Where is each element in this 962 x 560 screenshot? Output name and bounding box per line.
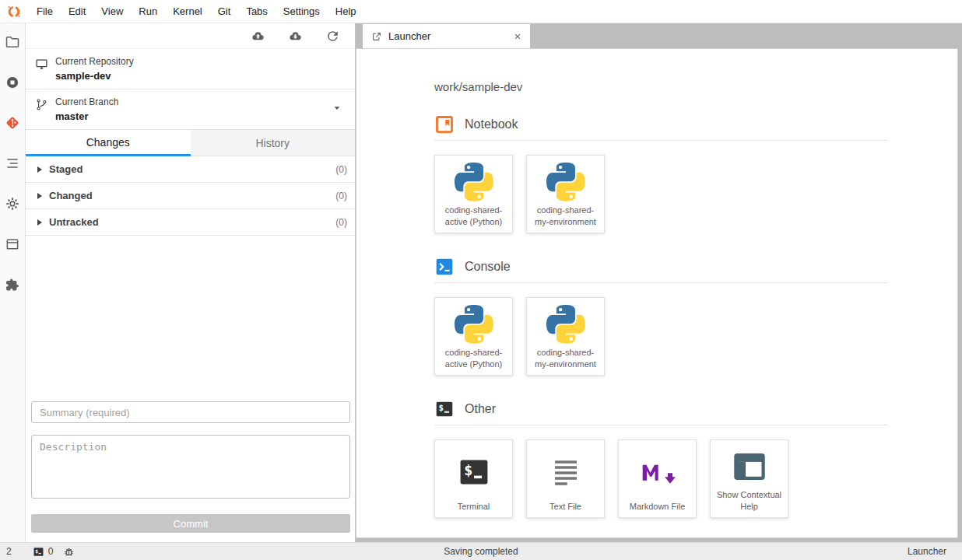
card-label: coding-shared-my-environment [527, 205, 604, 233]
menu-git[interactable]: Git [210, 0, 239, 23]
commit-button[interactable]: Commit [31, 514, 350, 533]
desktop-icon [35, 58, 48, 71]
python-logo-icon [455, 298, 493, 347]
launcher-card[interactable]: Markdown File [618, 439, 697, 518]
card-label: Terminal [435, 501, 512, 517]
status-activity: Launcher [908, 546, 962, 557]
launcher-section-notebook: Notebook coding-shared-active (Python) c… [434, 114, 887, 233]
launcher-tab-label: Launcher [388, 30, 506, 42]
section-title: Other [465, 402, 496, 416]
launcher-section-other: Other Terminal [434, 399, 887, 518]
kernel-sessions-count[interactable]: 2 [6, 546, 12, 557]
current-repository-label: Current Repository [55, 56, 134, 67]
menu-bar: File Edit View Run Kernel Git Tabs Setti… [0, 0, 962, 23]
text-file-icon [549, 440, 582, 501]
main-tab-bar: Launcher [356, 23, 962, 48]
chevron-down-icon[interactable] [331, 102, 343, 114]
launcher-panel: work/sample-dev Notebook coding-shar [356, 48, 958, 538]
file-browser-icon[interactable] [5, 34, 20, 50]
untracked-count: (0) [335, 217, 347, 228]
card-label: Text File [527, 501, 604, 517]
git-panel: Current Repository sample-dev Current Br… [26, 23, 356, 542]
menu-view[interactable]: View [93, 0, 131, 23]
menu-kernel[interactable]: Kernel [165, 0, 210, 23]
untracked-label: Untracked [49, 216, 335, 228]
close-icon[interactable] [512, 31, 523, 42]
python-logo-icon [455, 156, 493, 205]
menu-run[interactable]: Run [131, 0, 165, 23]
console-icon [434, 257, 455, 277]
terminal-count[interactable]: 0 [48, 546, 54, 557]
notebook-icon [434, 114, 455, 135]
git-toolbar [26, 23, 355, 49]
pull-commits-icon[interactable] [288, 29, 303, 44]
terminal-icon[interactable] [33, 546, 44, 558]
launcher-card[interactable]: Show Contextual Help [710, 439, 788, 518]
tab-history[interactable]: History [191, 130, 356, 156]
staged-count: (0) [335, 164, 347, 175]
card-label: coding-shared-active (Python) [435, 205, 512, 233]
push-commits-icon[interactable] [251, 29, 265, 44]
changed-label: Changed [49, 190, 335, 201]
tab-changes[interactable]: Changes [26, 130, 191, 156]
markdown-icon [639, 440, 676, 501]
refresh-icon[interactable] [325, 29, 340, 44]
open-tabs-icon[interactable] [5, 236, 20, 252]
launcher-card[interactable]: Text File [526, 439, 605, 518]
current-branch-label: Current Branch [55, 96, 118, 107]
current-repository-value: sample-dev [55, 70, 134, 82]
commit-summary-input[interactable] [31, 401, 350, 423]
tab-launcher[interactable]: Launcher [363, 24, 530, 48]
status-message: Saving completed [0, 546, 962, 557]
launcher-card[interactable]: coding-shared-my-environment [526, 155, 605, 233]
launcher-tab-icon [371, 31, 382, 42]
bug-icon[interactable] [63, 546, 75, 558]
card-label: Markdown File [619, 501, 696, 517]
chevron-right-icon [37, 166, 42, 173]
main-dock: Launcher work/sample-dev Notebook [356, 23, 962, 542]
git-tab-bar: Changes History [26, 130, 355, 156]
chevron-right-icon [37, 219, 42, 226]
contextual-help-icon [732, 440, 767, 489]
python-logo-icon [546, 156, 585, 205]
jupyterlab-logo-icon [6, 4, 22, 19]
git-icon[interactable] [5, 115, 20, 131]
changed-count: (0) [335, 191, 347, 201]
python-logo-icon [546, 298, 585, 347]
menu-settings[interactable]: Settings [276, 0, 328, 23]
gear-icon[interactable] [5, 196, 20, 212]
current-directory: work/sample-dev [434, 80, 887, 93]
launcher-section-console: Console coding-shared-active (Python) co… [434, 257, 887, 376]
launcher-card[interactable]: Terminal [434, 439, 513, 518]
commit-description-input[interactable] [31, 435, 350, 499]
extension-manager-puzzle-icon[interactable] [5, 277, 20, 292]
terminal-icon [457, 440, 491, 501]
staged-label: Staged [49, 163, 335, 175]
section-changed[interactable]: Changed (0) [26, 183, 355, 209]
card-label: coding-shared-my-environment [527, 347, 604, 375]
left-activity-bar [0, 23, 26, 542]
card-label: coding-shared-active (Python) [435, 347, 512, 375]
menu-edit[interactable]: Edit [61, 0, 93, 23]
commit-form: Commit [31, 401, 350, 533]
launcher-card[interactable]: coding-shared-active (Python) [434, 297, 513, 376]
section-staged[interactable]: Staged (0) [26, 156, 355, 183]
terminal-icon [434, 399, 455, 419]
current-branch-row[interactable]: Current Branch master [26, 89, 355, 130]
launcher-card[interactable]: coding-shared-active (Python) [434, 155, 513, 233]
menu-help[interactable]: Help [328, 0, 364, 23]
table-of-contents-icon[interactable] [5, 156, 20, 171]
chevron-right-icon [37, 193, 42, 199]
branch-icon [35, 98, 48, 111]
current-repository-row: Current Repository sample-dev [26, 49, 355, 89]
launcher-card[interactable]: coding-shared-my-environment [526, 297, 605, 376]
section-title: Console [465, 260, 511, 274]
section-title: Notebook [465, 117, 518, 131]
running-sessions-icon[interactable] [5, 75, 20, 90]
section-untracked[interactable]: Untracked (0) [26, 209, 355, 236]
status-bar: Saving completed 2 0 Launcher [0, 542, 962, 560]
menu-tabs[interactable]: Tabs [238, 0, 275, 23]
menu-file[interactable]: File [29, 0, 61, 23]
current-branch-value: master [55, 110, 118, 122]
card-label: Show Contextual Help [711, 489, 788, 517]
